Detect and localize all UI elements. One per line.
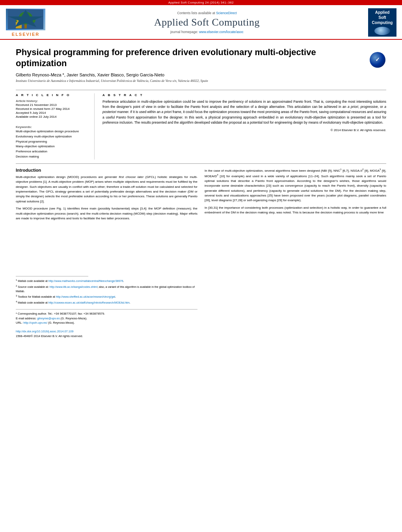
footer-bar: * Corresponding author. Tel.: +34 963877… (16, 309, 197, 338)
elsevier-logo: ELSEVIER (4, 9, 47, 37)
footnote-1-link[interactable]: http://www.mathworks.com/matlabcentral/f… (48, 280, 123, 283)
footnote-2: 2 Source code available at: http://www.i… (16, 284, 197, 293)
right-col: In the case of multi-objective optimizat… (205, 168, 386, 338)
abstract-header: A B S T R A C T (102, 93, 386, 97)
footer-left: * Corresponding author. Tel.: +34 963877… (16, 311, 197, 338)
journal-header: ELSEVIER Contents lists available at Sci… (0, 5, 402, 40)
revised-date: Received in revised form 27 May 2014 (16, 107, 88, 111)
doi-line: http://dx.doi.org/10.1016/j.asoc.2014.07… (16, 329, 197, 334)
url-line: URL: http://cpoh.upv.es/ (G. Reynoso-Mez… (16, 321, 197, 325)
keyword-2: Evolutionary multi-objective optimizatio… (16, 134, 88, 139)
authors-line: Gilberto Reynoso-Meza *, Javier Sanchis,… (16, 72, 363, 77)
homepage-url[interactable]: www.elsevier.com/locate/asoc (199, 30, 244, 34)
elsevier-wordmark: ELSEVIER (12, 32, 39, 37)
keywords-label: Keywords: (16, 125, 88, 129)
doi-link[interactable]: http://dx.doi.org/10.1016/j.asoc.2014.07… (16, 330, 73, 333)
url-link[interactable]: http://cpoh.upv.es/ (23, 321, 47, 324)
elsevier-logo-image (6, 9, 45, 30)
footnote-4-link[interactable]: http://cswww.essex.ac.uk/staff/zhang/Int… (48, 302, 130, 304)
svg-point-6 (17, 19, 20, 22)
title-divider (16, 90, 386, 90)
page: Applied Soft Computing 24 (2014) 341–362 (0, 0, 402, 532)
content-area: Physical programming for preference driv… (0, 40, 402, 345)
abstract-col: A B S T R A C T Preference articulation … (102, 93, 386, 159)
footnote-1: 1 Matlab code available at http://www.ma… (16, 278, 197, 284)
left-col: Introduction Multi-objective optimizatio… (16, 168, 197, 338)
applied-soft-circle-img (374, 27, 390, 35)
corresponding-note: * Corresponding author. Tel.: +34 963877… (16, 311, 197, 316)
crossmark-logo: ✓ (368, 51, 386, 69)
svg-point-4 (28, 17, 35, 24)
article-title: Physical programming for preference driv… (16, 47, 363, 69)
journal-top-bar: Applied Soft Computing 24 (2014) 341–362 (0, 0, 402, 5)
abstract-copyright: © 2014 Elsevier B.V. All rights reserved… (102, 128, 386, 132)
right-p1: In the case of multi-objective optimizat… (205, 168, 386, 203)
footnote-4: 4 Matlab code available at http://cswww.… (16, 300, 197, 305)
footnote-3-link[interactable]: http://www.sheffied.ac.uk/acse/research/… (56, 296, 115, 298)
main-body: Introduction Multi-objective optimizatio… (16, 168, 386, 338)
journal-citation: Applied Soft Computing 24 (2014) 341–362 (168, 1, 234, 4)
keywords-list: Multi-objective optimization design proc… (16, 129, 88, 159)
keyword-3: Physical programming (16, 139, 88, 145)
issn-line: 1568-4946/© 2014 Elsevier B.V. All right… (16, 334, 197, 339)
elsevier-tree-icon (8, 9, 43, 29)
article-info-col: A R T I C L E I N F O Article history: R… (16, 93, 95, 159)
journal-logo-right: AppliedSoftComputing (367, 8, 398, 37)
intro-p1: Multi-objective optimization design (MOO… (16, 175, 197, 204)
sciencedirect-line: Contents lists available at ScienceDirec… (55, 11, 359, 15)
applied-soft-box: AppliedSoftComputing (368, 8, 396, 37)
affiliation-line: Instituto Universitario de Automática e … (16, 79, 363, 83)
keyword-5: Preference articulation (16, 149, 88, 154)
right-p2: In [30,31] the importance of considering… (205, 206, 386, 215)
received-date: Received 21 November 2013 (16, 103, 88, 107)
footnote-divider (16, 276, 88, 276)
svg-rect-1 (24, 21, 27, 28)
journal-center: Contents lists available at ScienceDirec… (47, 11, 367, 34)
sciencedirect-link[interactable]: ScienceDirect (216, 11, 236, 15)
journal-homepage-line: journal homepage: www.elsevier.com/locat… (55, 30, 359, 34)
svg-rect-5 (16, 22, 22, 28)
keyword-1: Multi-objective optimization design proc… (16, 129, 88, 134)
intro-p2: The MOOD procedure (see Fig. 1) identifi… (16, 206, 197, 221)
svg-point-2 (19, 12, 33, 24)
journal-name: Applied Soft Computing (55, 17, 359, 28)
intro-title: Introduction (16, 168, 197, 172)
accepted-date: Accepted 5 July 2014 (16, 111, 88, 115)
keyword-4: Many-objective optimization (16, 144, 88, 149)
history-label: Article history: (16, 99, 88, 103)
article-title-section: Physical programming for preference driv… (16, 47, 386, 87)
article-info-abstract-section: A R T I C L E I N F O Article history: R… (16, 93, 386, 159)
footnote-2-link[interactable]: http://www.iitk.ac.in/kangal/codes.shtml (50, 285, 97, 288)
keyword-6: Decision making (16, 154, 88, 159)
applied-soft-title: AppliedSoftComputing (372, 10, 393, 25)
abstract-text: Preference articulation in multi-objecti… (102, 99, 386, 125)
article-info-header: A R T I C L E I N F O (16, 93, 88, 97)
email-line: E-mail address: gilreyme@upv.es (G. Reyn… (16, 316, 197, 321)
body-divider (16, 163, 386, 164)
footnote-3: 3 Toolbox for Matlab available at http:/… (16, 294, 197, 299)
available-date: Available online 22 July 2014 (16, 115, 88, 119)
article-title-text: Physical programming for preference driv… (16, 47, 363, 87)
email-link[interactable]: gilreyme@upv.es (37, 317, 60, 320)
crossmark-circle: ✓ (370, 52, 385, 68)
